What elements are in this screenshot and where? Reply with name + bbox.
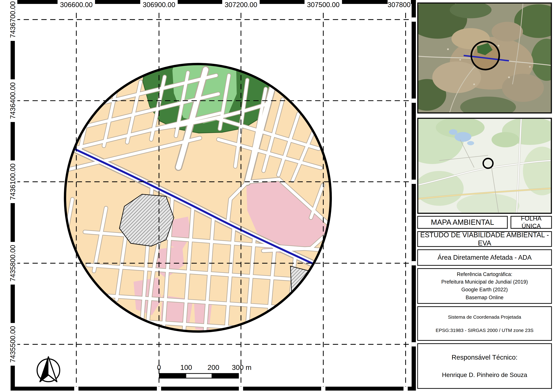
north-arrow-icon (37, 357, 60, 382)
grid-x-label: 306900.00 (140, 0, 178, 9)
scale-bar-segment (159, 373, 186, 378)
grid-y-label: 7435800.00 (8, 242, 17, 285)
area-subtitle-box: Área Diretamente Afetada - ADA (417, 249, 552, 266)
map-title: MAPA AMBIENTAL (431, 218, 494, 227)
grid-y-label: 7436100.00 (8, 161, 17, 203)
crs-box: Sistema de Coordenada Projetada EPSG:319… (417, 306, 552, 341)
grid-x-label: 307200.00 (222, 0, 260, 9)
cartographic-reference-line: Google Earth (2022) (461, 286, 508, 294)
map-title-box: MAPA AMBIENTAL (417, 216, 508, 229)
scale-bar: 0 100 200 300 m (154, 364, 256, 380)
grid-y-label: 7436400.00 (8, 79, 17, 122)
cartographic-reference-line: Prefeitura Municipal de Jundiaí (2019) (441, 278, 528, 286)
cartographic-reference-title: Referência Cartográfica: (457, 270, 512, 278)
sheet-label: FOLHA ÚNICA (511, 215, 551, 230)
satellite-inset-map (417, 2, 552, 113)
map-sheet: 306600.00 306900.00 307200.00 307500.00 … (0, 0, 554, 392)
study-title-box: ESTUDO DE VIABILIDADE AMBIENTAL - EVA (417, 231, 552, 247)
crs-title: Sistema de Coordenada Projetada (448, 314, 521, 320)
scale-bar-segment (212, 373, 239, 378)
grid-y-label: 7436700.00 (8, 0, 17, 41)
responsible-name: Henrique D. Pinheiro de Souza (442, 371, 527, 378)
cartographic-reference-line: Basemap Online (466, 294, 504, 301)
study-title: ESTUDO DE VIABILIDADE AMBIENTAL - EVA (418, 231, 551, 247)
grid-x-label: 307800. (388, 0, 411, 9)
satellite-imagery (418, 4, 551, 112)
scale-bar-tick: 200 (208, 364, 219, 372)
scale-bar-tick: 100 (180, 364, 192, 372)
grid-y-label: 7435500.00 (8, 323, 17, 366)
scale-bar-segments (159, 373, 239, 378)
responsible-box: Responsável Técnico: Henrique D. Pinheir… (417, 343, 552, 389)
area-subtitle: Área Diretamente Afetada - ADA (437, 254, 532, 262)
grid-x-label: 306600.00 (57, 0, 95, 9)
scale-bar-tick: 300 m (232, 364, 251, 372)
grid-x-label: 307500.00 (305, 0, 342, 9)
overview-basemap (418, 119, 551, 213)
overview-inset-map (417, 118, 552, 214)
responsible-title: Responsável Técnico: (452, 353, 518, 361)
cartographic-reference-box: Referência Cartográfica: Prefeitura Muni… (417, 268, 552, 304)
scale-bar-tick: 0 (157, 364, 161, 372)
crs-value: EPSG:31983 - SIRGAS 2000 / UTM zone 23S (436, 328, 533, 333)
scale-bar-segment (185, 373, 213, 378)
sheet-label-box: FOLHA ÚNICA (511, 216, 552, 229)
